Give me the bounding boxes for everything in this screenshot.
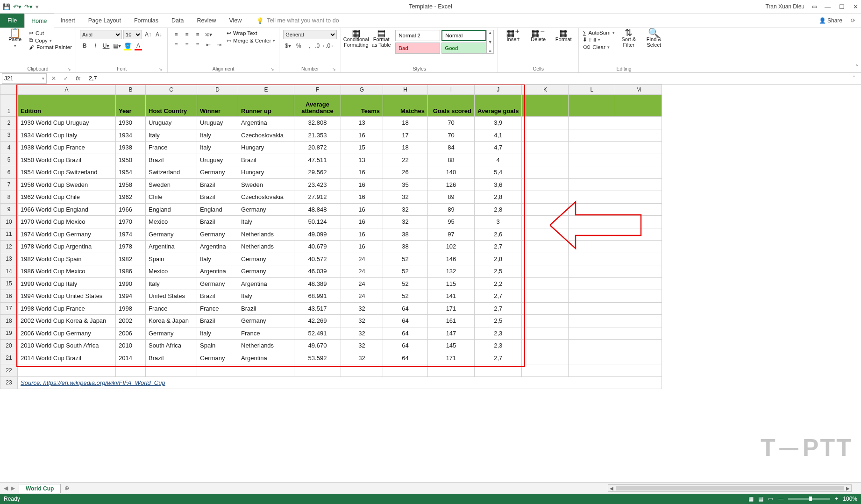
merge-center-button[interactable]: ⇿Merge & Center ▾	[227, 37, 275, 44]
expand-formula-bar-icon[interactable]: ˅	[849, 75, 859, 82]
minimize-button[interactable]: ―	[825, 3, 831, 10]
clipboard-launcher-icon[interactable]: ↘	[67, 67, 71, 71]
row-header-14[interactable]: 14	[0, 265, 18, 278]
find-select-button[interactable]: 🔍Find & Select	[643, 30, 665, 48]
horizontal-scrollbar[interactable]: ◀ ▶	[608, 484, 852, 492]
table-row[interactable]: 4 1938 World Cup France1938FranceItalyHu…	[0, 142, 662, 154]
sheet-nav-prev-icon[interactable]: ◀	[4, 485, 8, 491]
row-header-7[interactable]: 7	[0, 178, 18, 191]
table-row[interactable]: 2 1930 World Cup Uruguay1930UruguayUrugu…	[0, 117, 662, 129]
worksheet-grid[interactable]: ABCDEFGHIJKLM 1 Edition Year Host Countr…	[0, 85, 861, 482]
font-size-select[interactable]: 10	[123, 30, 142, 39]
qat-customize-icon[interactable]: ▾	[36, 3, 39, 10]
cell-styles-gallery[interactable]: Normal 2 Normal Bad Good	[395, 30, 486, 54]
increase-decimal-icon[interactable]: .0→	[315, 41, 325, 50]
table-row[interactable]: 8 1962 World Cup Chile1962ChileBrazilCze…	[0, 191, 662, 204]
zoom-level[interactable]: 100%	[843, 496, 857, 502]
copy-button[interactable]: ⧉Copy ▾	[29, 37, 72, 43]
decrease-indent-icon[interactable]: ⇤	[204, 40, 213, 50]
style-normal[interactable]: Normal	[441, 30, 486, 41]
style-normal2[interactable]: Normal 2	[395, 30, 440, 41]
col-header-M[interactable]: M	[615, 85, 662, 95]
zoom-in-icon[interactable]: +	[835, 496, 838, 502]
fx-icon[interactable]: fx	[73, 75, 83, 82]
col-header-J[interactable]: J	[475, 85, 522, 95]
table-row[interactable]: 19 2006 World Cup Germany2006GermanyItal…	[0, 327, 662, 340]
col-header-L[interactable]: L	[569, 85, 615, 95]
row-header-1[interactable]: 1	[0, 95, 18, 117]
tab-data[interactable]: Data	[165, 14, 190, 28]
table-row[interactable]: 9 1966 World Cup England1966EnglandEngla…	[0, 203, 662, 216]
row-header-16[interactable]: 16	[0, 290, 18, 303]
comma-format-icon[interactable]: ,	[305, 41, 314, 50]
delete-cells-button[interactable]: ▦⁻Delete	[527, 30, 549, 42]
row-header-18[interactable]: 18	[0, 315, 18, 327]
ribbon-options-icon[interactable]: ▭	[812, 3, 817, 10]
row-header-21[interactable]: 21	[0, 352, 18, 364]
row-header-22[interactable]: 22	[0, 364, 18, 377]
table-row[interactable]: 5 1950 World Cup Brazil1950BrazilUruguay…	[0, 154, 662, 166]
paste-button[interactable]: 📋 Paste ▾	[4, 30, 26, 49]
row-header-19[interactable]: 19	[0, 327, 18, 340]
undo-icon[interactable]: ↶▾	[13, 3, 21, 10]
row-header-3[interactable]: 3	[0, 129, 18, 142]
borders-button[interactable]: ▦▾	[112, 41, 121, 50]
row-header-6[interactable]: 6	[0, 166, 18, 179]
row-header-5[interactable]: 5	[0, 154, 18, 166]
decrease-font-icon[interactable]: A↓	[154, 30, 164, 39]
col-header-H[interactable]: H	[383, 85, 428, 95]
table-row[interactable]: 12 1978 World Cup Argentina1978Argentina…	[0, 241, 662, 253]
row-header-12[interactable]: 12	[0, 241, 18, 253]
tab-page-layout[interactable]: Page Layout	[82, 14, 128, 28]
font-name-select[interactable]: Arial	[80, 30, 122, 39]
sort-filter-button[interactable]: ⇅Sort & Filter	[618, 30, 640, 48]
view-normal-icon[interactable]: ▦	[748, 496, 754, 502]
add-sheet-icon[interactable]: ⊕	[64, 485, 69, 491]
accept-formula-icon[interactable]: ✓	[61, 75, 71, 82]
increase-font-icon[interactable]: A↑	[143, 30, 153, 39]
tab-view[interactable]: View	[222, 14, 248, 28]
font-launcher-icon[interactable]: ↘	[159, 67, 163, 71]
format-as-table-button[interactable]: ▤Format as Table	[370, 30, 392, 48]
table-row[interactable]: 17 1998 World Cup France1998FranceFrance…	[0, 302, 662, 315]
table-row[interactable]: 13 1982 World Cup Spain1982SpainItalyGer…	[0, 253, 662, 265]
table-row[interactable]: 6 1954 World Cup Switzerland1954Switzerl…	[0, 166, 662, 179]
table-row[interactable]: 15 1990 World Cup Italy1990ItalyGermanyA…	[0, 277, 662, 290]
table-row[interactable]: 18 2002 World Cup Korea & Japan2002Korea…	[0, 315, 662, 327]
tab-formulas[interactable]: Formulas	[128, 14, 165, 28]
row-header-2[interactable]: 2	[0, 117, 18, 129]
hscroll-right-icon[interactable]: ▶	[845, 486, 851, 491]
table-row[interactable]: 3 1934 World Cup Italy1934ItalyItalyCzec…	[0, 129, 662, 142]
fill-color-button[interactable]: 🪣	[123, 41, 132, 50]
fill-button[interactable]: ⬇Fill ▾	[583, 36, 615, 43]
align-right-icon[interactable]: ≡	[193, 40, 202, 50]
col-header-E[interactable]: E	[238, 85, 294, 95]
insert-cells-button[interactable]: ▦⁺Insert	[502, 30, 524, 42]
accounting-format-icon[interactable]: $▾	[283, 41, 292, 50]
sheet-tab-active[interactable]: World Cup	[19, 484, 61, 493]
formula-input[interactable]	[85, 74, 847, 83]
col-header-B[interactable]: B	[116, 85, 146, 95]
format-painter-button[interactable]: 🖌Format Painter	[29, 44, 72, 50]
close-button[interactable]: ✕	[853, 3, 858, 10]
align-bottom-icon[interactable]: ≡	[193, 30, 202, 39]
account-name[interactable]: Tran Xuan Dieu	[765, 3, 804, 10]
tab-home[interactable]: Home	[24, 14, 54, 28]
number-launcher-icon[interactable]: ↘	[332, 67, 336, 71]
table-row[interactable]: 16 1994 World Cup United States1994Unite…	[0, 290, 662, 303]
styles-scroll[interactable]: ▲▼≡	[486, 30, 494, 54]
row-header-20[interactable]: 20	[0, 340, 18, 352]
col-header-D[interactable]: D	[197, 85, 238, 95]
wrap-text-button[interactable]: ↩Wrap Text	[227, 30, 275, 36]
col-header-F[interactable]: F	[294, 85, 341, 95]
font-color-button[interactable]: A	[134, 41, 143, 50]
zoom-out-icon[interactable]: —	[778, 496, 783, 502]
hscroll-left-icon[interactable]: ◀	[608, 486, 615, 491]
share-button[interactable]: 👤 Share	[819, 17, 842, 24]
align-left-icon[interactable]: ≡	[171, 40, 181, 50]
clear-button[interactable]: ⌫Clear ▾	[583, 44, 615, 50]
hscroll-thumb[interactable]	[616, 486, 844, 490]
alignment-launcher-icon[interactable]: ↘	[270, 67, 274, 71]
style-bad[interactable]: Bad	[395, 43, 440, 54]
row-header-4[interactable]: 4	[0, 142, 18, 154]
